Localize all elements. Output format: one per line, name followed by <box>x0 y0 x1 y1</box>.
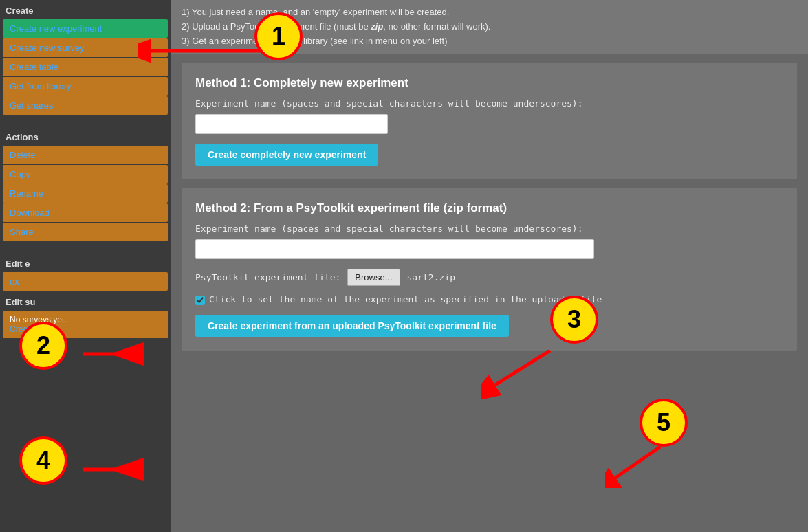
create-section-label: Create <box>0 0 171 19</box>
sidebar-item-share[interactable]: Share <box>3 223 168 241</box>
sidebar-item-delete[interactable]: Delete <box>3 146 168 164</box>
instruction-3: 3) Get an experiment from the library (s… <box>182 34 797 49</box>
create-survey-link[interactable]: Create one? <box>10 324 55 334</box>
sidebar-item-get-from-library[interactable]: Get from library <box>3 77 168 96</box>
edit-survey-section-label: Edit su <box>0 291 171 310</box>
sidebar-item-download[interactable]: Download <box>3 203 168 222</box>
create-new-experiment-button[interactable]: Create completely new experiment <box>195 144 378 166</box>
method2-label: Experiment name (spaces and special char… <box>195 223 783 234</box>
method1-label: Experiment name (spaces and special char… <box>195 98 783 109</box>
main-content: 1) You just need a name, and an 'empty' … <box>171 0 808 532</box>
method2-card: Method 2: From a PsyToolkit experiment f… <box>182 188 797 351</box>
file-label: PsyToolkit experiment file: <box>195 272 340 282</box>
method2-title: Method 2: From a PsyToolkit experiment f… <box>195 201 783 215</box>
method1-title: Method 1: Completely new experiment <box>195 76 783 90</box>
instructions-bar: 1) You just need a name, and an 'empty' … <box>171 0 808 54</box>
method1-card: Method 1: Completely new experiment Expe… <box>182 63 797 179</box>
filename-display: sart2.zip <box>407 272 455 282</box>
sidebar-item-edit-experiment[interactable]: ex <box>3 272 168 291</box>
sidebar-item-get-shares[interactable]: Get shares <box>3 96 168 115</box>
method1-name-input[interactable] <box>195 114 388 134</box>
checkbox-row: Click to set the name of the experiment … <box>195 294 783 305</box>
method2-name-input[interactable] <box>195 239 594 259</box>
instruction-2: 2) Upload a PsyToolkit experiment file (… <box>182 20 797 34</box>
browse-button[interactable]: Browse... <box>347 269 400 286</box>
sidebar: Create Create new experiment Create new … <box>0 0 171 532</box>
sidebar-item-rename[interactable]: Rename <box>3 184 168 203</box>
edit-experiment-section-label: Edit e <box>0 253 171 271</box>
checkbox-label: Click to set the name of the experiment … <box>209 294 602 304</box>
page-wrapper: Create Create new experiment Create new … <box>0 0 808 532</box>
sidebar-item-copy[interactable]: Copy <box>3 165 168 184</box>
use-filename-checkbox[interactable] <box>195 296 205 305</box>
sidebar-item-create-new-experiment[interactable]: Create new experiment <box>3 19 168 38</box>
actions-section-label: Actions <box>0 126 171 145</box>
sidebar-item-create-new-survey[interactable]: Create new survey <box>3 38 168 57</box>
no-surveys-message: No surveys yet. Create one? <box>3 311 168 338</box>
instruction-1: 1) You just need a name, and an 'empty' … <box>182 5 797 20</box>
file-row: PsyToolkit experiment file: Browse... sa… <box>195 269 783 286</box>
sidebar-item-create-table[interactable]: Create table <box>3 58 168 76</box>
create-from-upload-button[interactable]: Create experiment from an uploaded PsyTo… <box>195 315 509 337</box>
